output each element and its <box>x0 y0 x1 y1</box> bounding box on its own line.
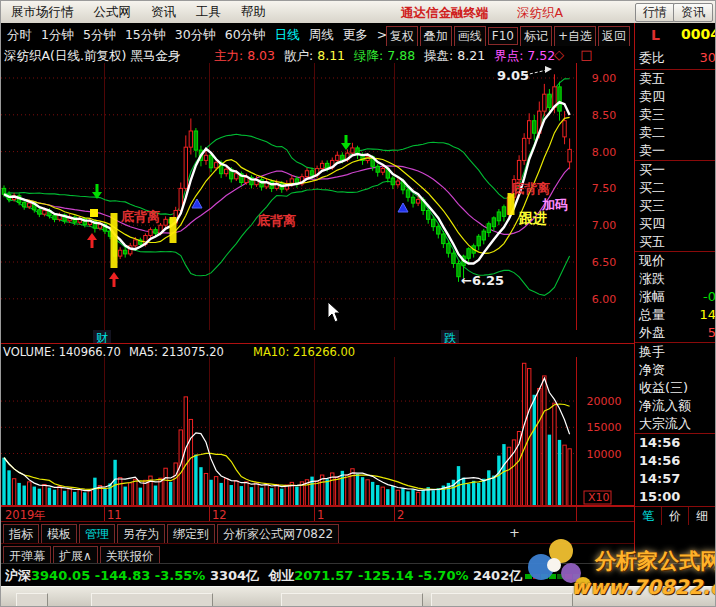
info-row-4[interactable]: 大宗流入 <box>635 415 716 434</box>
quote-row-1[interactable]: 涨跌 <box>635 270 716 288</box>
volume-bar <box>558 440 561 506</box>
period-tab-3[interactable]: 15分钟 <box>122 23 169 44</box>
menu-item-0[interactable]: 展市场行情 <box>1 1 84 21</box>
indicator-tab-1[interactable]: 模板 <box>41 524 77 545</box>
tdx-terminal-window: 展市场行情公式网资讯工具帮助 通达信金融终端 深纺织A 行情资讯 分时1分钟5分… <box>0 0 716 607</box>
quote-row-4[interactable]: 外盘5 <box>635 324 716 343</box>
menu-item-1[interactable]: 公式网 <box>84 1 142 21</box>
candle-body <box>432 219 435 226</box>
info-row-2[interactable]: 收益(三) <box>635 379 716 397</box>
info-row-3[interactable]: 净流入额 <box>635 397 716 415</box>
candle-body <box>225 169 228 173</box>
x-axis-label-4: 2 <box>397 508 404 522</box>
action-button-1[interactable]: 叠加 <box>420 26 452 47</box>
volume-bar <box>83 492 86 506</box>
volume-bar <box>381 487 384 506</box>
taskbar-button[interactable] <box>16 593 48 607</box>
buy-row-1[interactable]: 买一 <box>635 161 716 179</box>
action-button-0[interactable]: 复权 <box>386 26 418 47</box>
trade-time: 14:57 <box>639 471 680 486</box>
sell-label: 卖一 <box>639 143 665 158</box>
weibi-row[interactable]: 委比30 <box>635 46 716 70</box>
indicator-label: 绿降: <box>354 48 383 63</box>
period-tab-4[interactable]: 30分钟 <box>172 23 219 44</box>
taskbar-button[interactable] <box>281 593 423 607</box>
taskbar-button[interactable] <box>431 593 573 607</box>
volume-bar <box>113 460 116 506</box>
candle-body <box>43 210 46 214</box>
taskbar-button[interactable] <box>91 593 213 607</box>
panel-tab-2[interactable]: 细 <box>689 507 716 525</box>
action-button-4[interactable]: 标记 <box>520 26 552 47</box>
volume-bar <box>492 476 495 506</box>
indicator-tab-5[interactable]: 分析家公式网70822 <box>217 524 339 545</box>
menu-item-2[interactable]: 资讯 <box>141 1 186 21</box>
quote-row-3[interactable]: 总量14 <box>635 306 716 324</box>
indicator-tab-2[interactable]: 管理 <box>79 524 115 545</box>
buy-row-4[interactable]: 买四 <box>635 215 716 233</box>
app-brand: 通达信金融终端 <box>401 5 489 22</box>
quote-value: -0 <box>703 288 716 306</box>
menu-item-4[interactable]: 帮助 <box>231 1 276 21</box>
action-button-6[interactable]: 返回 <box>598 26 630 47</box>
period-tab-5[interactable]: 60分钟 <box>222 23 269 44</box>
action-button-5[interactable]: +自选 <box>554 26 596 47</box>
period-tab-2[interactable]: 5分钟 <box>80 23 119 44</box>
buy-row-5[interactable]: 买五 <box>635 233 716 252</box>
buy-row-3[interactable]: 买三 <box>635 197 716 215</box>
chart-annotation: ←6.25 <box>461 273 504 288</box>
volume-bar <box>214 477 217 506</box>
menu-right-button-0[interactable]: 行情 <box>635 3 675 22</box>
indicator-tab-3[interactable]: 另存为 <box>117 524 165 545</box>
quote-row-0[interactable]: 现价 <box>635 252 716 270</box>
volume-bar <box>63 491 66 506</box>
period-tab-0[interactable]: 分时 <box>4 23 35 44</box>
cy-index-value[interactable]: 2071.57 <box>294 568 353 583</box>
sell-row-3[interactable]: 卖三 <box>635 106 716 124</box>
sell-row-5[interactable]: 卖五 <box>635 70 716 88</box>
volume-bar <box>401 488 404 506</box>
period-tab-7[interactable]: 周线 <box>306 23 337 44</box>
panel-tab-1[interactable]: 价 <box>662 507 689 525</box>
sh-index-value[interactable]: 3940.05 <box>31 568 90 583</box>
volume-bar <box>356 474 359 506</box>
candlestick-chart[interactable]: 9.008.508.007.507.006.506.00底背离底背离底背离加码跟… <box>1 63 634 331</box>
candle-body <box>517 160 520 179</box>
sell-label: 卖四 <box>639 89 665 104</box>
drawing-tools-icons[interactable]: ◇ □ <box>554 47 598 62</box>
action-button-2[interactable]: 画线 <box>454 26 486 47</box>
volume-bar <box>58 487 61 506</box>
indicator-value: 8.21 <box>453 48 485 63</box>
candle-body <box>558 87 561 111</box>
period-tab-8[interactable]: 更多 <box>340 23 371 44</box>
x-axis-label-3: 1 <box>317 508 324 522</box>
volume-bar <box>134 479 137 506</box>
info-row-1[interactable]: 净资 <box>635 361 716 379</box>
candle-body <box>543 94 546 111</box>
volume-chart[interactable]: 200001500010000X10 <box>1 357 634 506</box>
period-tab-6[interactable]: 日线 <box>272 23 303 44</box>
volume-bar <box>28 482 31 506</box>
add-tab-button[interactable]: + <box>509 525 520 540</box>
period-tab-1[interactable]: 1分钟 <box>38 23 77 44</box>
sell-row-4[interactable]: 卖四 <box>635 88 716 106</box>
info-row-0[interactable]: 换手 <box>635 343 716 361</box>
buy-row-2[interactable]: 买二 <box>635 179 716 197</box>
volume-bar <box>411 489 414 506</box>
candle-body <box>118 250 121 256</box>
quote-row-2[interactable]: 涨幅-0 <box>635 288 716 306</box>
menu-right-button-1[interactable]: 资讯 <box>673 3 713 22</box>
indicator-tab-0[interactable]: 指标 <box>3 524 39 545</box>
sell-row-1[interactable]: 卖一 <box>635 142 716 161</box>
candle-body <box>214 163 217 168</box>
menu-item-3[interactable]: 工具 <box>186 1 231 21</box>
volume-bar <box>204 473 207 506</box>
buy-label: 买三 <box>639 198 665 213</box>
volume-bar <box>553 403 556 506</box>
volume-bar <box>124 487 127 506</box>
indicator-tab-4[interactable]: 绑定到 <box>167 524 215 545</box>
action-button-3[interactable]: F10 <box>488 27 518 45</box>
panel-tab-0[interactable]: 笔 <box>635 507 662 525</box>
indicator-label: 主力: <box>214 48 243 63</box>
sell-row-2[interactable]: 卖二 <box>635 124 716 142</box>
